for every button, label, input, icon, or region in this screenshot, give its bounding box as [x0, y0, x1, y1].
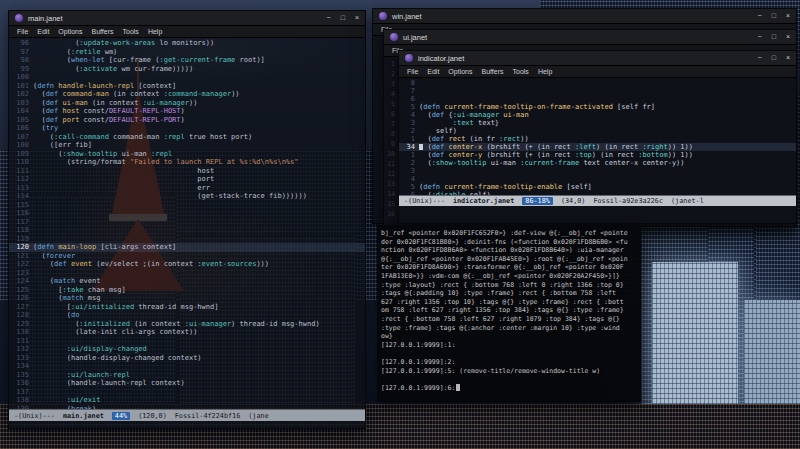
code-line[interactable]: 116	[9, 209, 365, 218]
code-line[interactable]: 2 self)	[399, 127, 796, 135]
code-line[interactable]: 6	[399, 95, 796, 103]
code-line[interactable]: 109 (:show-tooltip ui-man :repl	[9, 150, 365, 159]
code-line[interactable]: 107 (:call-command command-man :repl tru…	[9, 133, 365, 142]
code-line[interactable]: 3 :text text}	[399, 119, 796, 127]
close-button[interactable]: ×	[786, 53, 790, 63]
menu-item[interactable]: Options	[448, 68, 472, 75]
code-line[interactable]: 137	[9, 388, 365, 397]
maximize-button[interactable]: □	[341, 13, 345, 23]
code-line[interactable]: 118	[9, 226, 365, 235]
code-line[interactable]: 111 host	[9, 167, 365, 176]
terminal-line: [127.0.0.1:9999]:6:	[381, 384, 638, 393]
code-line[interactable]: 102 (def command-man (in context :comman…	[9, 90, 365, 99]
menu-item[interactable]: Edit	[427, 68, 439, 75]
code-line[interactable]: 97 (:retile wm)	[9, 48, 365, 57]
code-line[interactable]: 133 (handle-display-changed context)	[9, 354, 365, 363]
menu-item[interactable]: File	[407, 68, 418, 75]
code-line[interactable]: 134	[9, 362, 365, 371]
menu-item[interactable]: Help	[538, 68, 552, 75]
emacs-icon	[15, 14, 23, 22]
code-line[interactable]: 114 (get-stack-trace fib))))))	[9, 192, 365, 201]
menu-item[interactable]: Help	[148, 28, 162, 35]
code-line[interactable]: 96 (:update-work-areas lo monitors))	[9, 39, 365, 48]
code-line[interactable]: 113 err	[9, 184, 365, 193]
code-line[interactable]: 4 (def {:ui-manager ui-man	[399, 111, 796, 119]
code-line[interactable]: 99 (:activate wm cur-frame)))))	[9, 65, 365, 74]
code-line[interactable]: 123	[9, 269, 365, 278]
code-line[interactable]: 101 (defn handle-launch-repl [context]	[9, 82, 365, 91]
minimize-button[interactable]: −	[758, 11, 762, 21]
code-text: (def center-y (brshift (+ (in rect :top)…	[419, 151, 796, 159]
code-text: (def {:ui-manager ui-man	[419, 111, 796, 119]
code-line[interactable]: 7	[399, 87, 796, 95]
close-button[interactable]: ×	[355, 13, 359, 23]
repl-terminal-window[interactable]: bj_ref <pointer 0x020F1FC652F0>} :def-vi…	[377, 225, 641, 402]
menu-item[interactable]: Tools	[513, 68, 529, 75]
code-line[interactable]: 104 (def host const/DEFAULT-REPL-HOST)	[9, 107, 365, 116]
code-line[interactable]: 2 (:show-tooltip ui-man :current-frame t…	[399, 159, 796, 167]
code-line[interactable]: 115	[9, 201, 365, 210]
menu-item[interactable]: Buffers	[91, 28, 113, 35]
code-area[interactable]: 96 (:update-work-areas lo monitors)) 97 …	[9, 38, 365, 409]
code-line[interactable]: 4	[399, 175, 796, 183]
code-line[interactable]: 135 :ui/launch-repl	[9, 371, 365, 380]
code-line[interactable]: 112 port	[9, 175, 365, 184]
code-line[interactable]: 120 (defn main-loop [cli-args context]	[9, 243, 365, 252]
menu-item[interactable]: File	[17, 28, 28, 35]
code-line[interactable]: 121 (forever	[9, 252, 365, 261]
code-line[interactable]: 5 (defn current-frame-tooltip-on-frame-a…	[399, 103, 796, 111]
code-line[interactable]: 117	[9, 218, 365, 227]
line-number: 7	[399, 87, 419, 95]
code-line[interactable]: 108 ([err fib]	[9, 141, 365, 150]
code-line[interactable]: 131	[9, 337, 365, 346]
minimize-button[interactable]: −	[758, 32, 762, 42]
code-line[interactable]: 3	[399, 167, 796, 175]
minimize-button[interactable]: −	[758, 53, 762, 63]
titlebar[interactable]: indicator.janet − □ ×	[399, 51, 796, 66]
code-line[interactable]: 129 (:initialized (in context :ui-manage…	[9, 320, 365, 329]
code-line[interactable]: 138 :ui/exit	[9, 396, 365, 405]
code-line[interactable]: 124 (match event	[9, 277, 365, 286]
code-line[interactable]: 100	[9, 73, 365, 82]
maximize-button[interactable]: □	[772, 53, 776, 63]
line-number: 2	[399, 159, 419, 167]
titlebar[interactable]: main.janet − □ ×	[9, 11, 365, 26]
code-line[interactable]: 119	[9, 235, 365, 244]
code-area[interactable]: 8 7 6 5 (defn current-frame-tooltip-on-f…	[399, 78, 796, 195]
code-line[interactable]: 34 (def center-x (brshift (+ (in rect :l…	[399, 143, 796, 151]
code-line[interactable]: 132 :ui/display-changed	[9, 345, 365, 354]
code-line[interactable]: 103 (def ui-man (in context :ui-manager)…	[9, 99, 365, 108]
line-number: 126	[9, 294, 33, 303]
code-line[interactable]: 5 (defn current-frame-tooltip-enable [se…	[399, 183, 796, 191]
maximize-button[interactable]: □	[772, 32, 776, 42]
code-line[interactable]: 128 (do	[9, 311, 365, 320]
titlebar[interactable]: win.janet − □ ×	[373, 9, 796, 24]
menu-bar: FileEditOptionsBuffersToolsHelp	[9, 26, 365, 38]
code-line[interactable]: 105 (def port const/DEFAULT-REPL-PORT)	[9, 116, 365, 125]
code-line[interactable]: 1 (def center-y (brshift (+ (in rect :to…	[399, 151, 796, 159]
code-line[interactable]: 126 (match msg	[9, 294, 365, 303]
menu-item[interactable]: Buffers	[481, 68, 503, 75]
code-line[interactable]: 110 (string/format "Failed to launch REP…	[9, 158, 365, 167]
code-line[interactable]: 122 (def event (ev/select ;(in context :…	[9, 260, 365, 269]
minimize-button[interactable]: −	[327, 13, 331, 23]
code-line[interactable]: 98 (when-let [cur-frame (:get-current-fr…	[9, 56, 365, 65]
code-line[interactable]: 1 (def rect (in fr :rect))	[399, 135, 796, 143]
line-number: 131	[9, 337, 33, 346]
menu-item[interactable]: Tools	[123, 28, 139, 35]
code-line[interactable]: 8	[399, 79, 796, 87]
line-number: 1	[384, 59, 398, 69]
code-line[interactable]: 127 [:ui/initialized thread-id msg-hwnd]	[9, 303, 365, 312]
close-button[interactable]: ×	[786, 32, 790, 42]
menu-item[interactable]: Edit	[37, 28, 49, 35]
titlebar[interactable]: ui.janet − □ ×	[384, 30, 796, 45]
code-line[interactable]: 136 (handle-launch-repl context)	[9, 379, 365, 388]
code-line[interactable]: 139 (break)	[9, 405, 365, 410]
close-button[interactable]: ×	[786, 11, 790, 21]
code-line[interactable]: 106 (try	[9, 124, 365, 133]
menu-item[interactable]: Options	[58, 28, 82, 35]
code-line[interactable]: 125 [:take chan msg]	[9, 286, 365, 295]
maximize-button[interactable]: □	[772, 11, 776, 21]
code-text: (:initialized (in context :ui-manager) t…	[33, 320, 365, 329]
code-line[interactable]: 130 (late-init cli-args context))	[9, 328, 365, 337]
